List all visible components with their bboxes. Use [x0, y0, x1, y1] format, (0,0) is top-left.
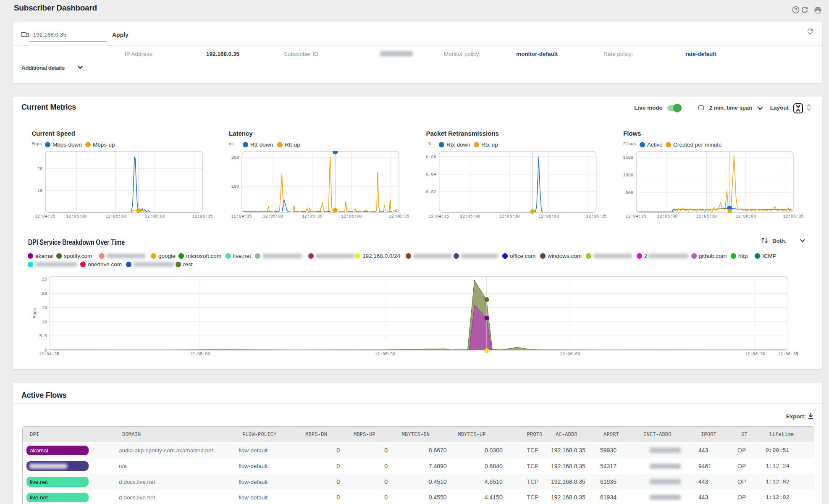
svg-text:12:06:00: 12:06:00	[538, 214, 559, 219]
svg-text:200: 200	[231, 155, 239, 160]
svg-text:12:06:35: 12:06:35	[586, 214, 606, 219]
svg-text:12:06:35: 12:06:35	[389, 214, 409, 219]
svg-text:12:06:00: 12:06:00	[144, 214, 165, 219]
svg-text:12:05:30: 12:05:30	[105, 214, 126, 219]
svg-text:12:05:00: 12:05:00	[66, 214, 87, 219]
svg-text:1000: 1000	[623, 173, 633, 178]
svg-text:12:06:35: 12:06:35	[192, 214, 213, 219]
svg-text:1500: 1500	[623, 155, 633, 160]
svg-text:500: 500	[626, 191, 633, 195]
svg-text:12:05:00: 12:05:00	[190, 352, 210, 357]
svg-text:12:06:35: 12:06:35	[783, 214, 804, 219]
svg-text:12:05:00: 12:05:00	[460, 214, 480, 219]
svg-text:10: 10	[37, 189, 42, 193]
svg-text:12:05:30: 12:05:30	[302, 214, 323, 219]
svg-text:20: 20	[37, 167, 42, 171]
svg-text:12:06:35: 12:06:35	[778, 352, 798, 357]
svg-text:12:04:35: 12:04:35	[428, 214, 449, 219]
svg-text:12:05:30: 12:05:30	[499, 214, 520, 219]
svg-text:25: 25	[42, 277, 47, 282]
svg-text:12:06:00: 12:06:00	[560, 352, 580, 357]
svg-text:5.0: 5.0	[39, 334, 47, 339]
svg-text:10: 10	[42, 320, 47, 325]
svg-text:15: 15	[42, 306, 47, 310]
svg-text:20: 20	[42, 291, 47, 296]
svg-text:100: 100	[231, 184, 239, 189]
svg-text:12:04:35: 12:04:35	[39, 352, 59, 357]
svg-text:12:05:00: 12:05:00	[657, 214, 677, 219]
svg-text:0.06: 0.06	[426, 155, 436, 160]
svg-text:12:05:30: 12:05:30	[696, 214, 717, 219]
svg-text:12:05:30: 12:05:30	[375, 352, 395, 357]
svg-text:12:05:00: 12:05:00	[262, 214, 283, 219]
svg-text:12:04:35: 12:04:35	[35, 214, 55, 219]
svg-text:0.02: 0.02	[426, 190, 436, 194]
svg-text:12:06:30: 12:06:30	[745, 352, 765, 357]
svg-text:12:04:35: 12:04:35	[626, 214, 646, 219]
svg-text:12:06:00: 12:06:00	[341, 214, 362, 219]
svg-text:12:06:00: 12:06:00	[735, 214, 756, 219]
svg-text:0.04: 0.04	[426, 172, 436, 177]
svg-text:12:04:35: 12:04:35	[231, 214, 252, 219]
